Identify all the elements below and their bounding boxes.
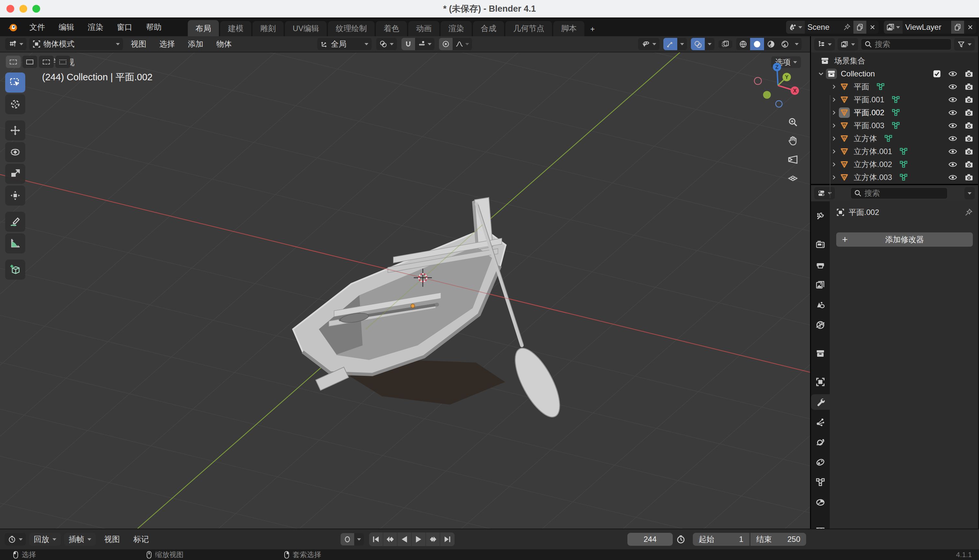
show-gizmo-toggle[interactable] bbox=[663, 38, 677, 50]
hide-eye-icon[interactable] bbox=[948, 173, 957, 182]
timeline-editor-type-button[interactable] bbox=[5, 533, 26, 545]
viewport-menu-add[interactable]: 添加 bbox=[183, 39, 208, 49]
proportional-edit-toggle[interactable] bbox=[439, 38, 453, 50]
show-object-types-dropdown[interactable] bbox=[638, 38, 659, 50]
pivot-point-dropdown[interactable] bbox=[376, 38, 397, 50]
viewport-menu-view[interactable]: 视图 bbox=[126, 39, 152, 49]
tool-annotate[interactable] bbox=[5, 212, 25, 232]
menu-render[interactable]: 渲染 bbox=[81, 18, 110, 36]
tab-geometry-nodes[interactable]: 几何节点 bbox=[505, 21, 552, 36]
overlays-dropdown[interactable] bbox=[705, 38, 714, 50]
tab-material[interactable] bbox=[811, 495, 830, 510]
tool-scale[interactable] bbox=[5, 164, 25, 184]
outliner-search[interactable] bbox=[861, 38, 951, 50]
viewlayer-remove-button[interactable] bbox=[964, 21, 976, 34]
tool-add-cube[interactable] bbox=[5, 260, 25, 280]
collection-checkbox[interactable] bbox=[933, 70, 941, 78]
shading-solid-button[interactable] bbox=[750, 38, 764, 50]
ortho-toggle-button[interactable] bbox=[787, 173, 798, 184]
viewport-menu-object[interactable]: 物体 bbox=[211, 39, 237, 49]
tab-collection[interactable] bbox=[811, 346, 830, 361]
tool-rotate[interactable] bbox=[5, 142, 25, 162]
jump-to-start-button[interactable] bbox=[369, 532, 383, 546]
tool-measure[interactable] bbox=[5, 233, 25, 253]
tab-view-layer[interactable] bbox=[811, 277, 830, 293]
tab-modifiers[interactable] bbox=[811, 394, 830, 410]
chevron-down-icon[interactable] bbox=[816, 70, 826, 78]
tab-modeling[interactable]: 建模 bbox=[220, 21, 251, 36]
viewport-menu-select[interactable]: 选择 bbox=[154, 39, 180, 49]
outliner-search-input[interactable] bbox=[875, 40, 948, 49]
menu-file[interactable]: 文件 bbox=[23, 18, 52, 36]
row-object-plane[interactable]: 平面 bbox=[811, 80, 978, 93]
tool-move[interactable] bbox=[5, 120, 25, 140]
properties-search-input[interactable] bbox=[864, 189, 944, 198]
properties-options-button[interactable] bbox=[964, 187, 975, 199]
tab-object-data[interactable] bbox=[811, 475, 830, 490]
shading-dropdown[interactable] bbox=[792, 38, 802, 50]
tab-sculpting[interactable]: 雕刻 bbox=[252, 21, 284, 36]
frame-end-field[interactable]: 结束 250 bbox=[751, 533, 806, 546]
gizmo-dropdown[interactable] bbox=[677, 38, 687, 50]
menu-help[interactable]: 帮助 bbox=[139, 18, 168, 36]
disable-render-camera-icon[interactable] bbox=[964, 121, 974, 130]
playback-dropdown[interactable]: 回放 bbox=[29, 533, 61, 546]
tab-world[interactable] bbox=[811, 317, 830, 333]
select-mode-intersect[interactable] bbox=[55, 56, 70, 68]
prev-keyframe-button[interactable] bbox=[383, 532, 397, 546]
tab-scripting[interactable]: 脚本 bbox=[553, 21, 584, 36]
next-keyframe-button[interactable] bbox=[426, 532, 440, 546]
chevron-right-icon[interactable] bbox=[829, 161, 839, 168]
shading-rendered-button[interactable] bbox=[778, 38, 792, 50]
tab-physics[interactable] bbox=[811, 434, 830, 450]
current-frame-field[interactable]: 244 bbox=[627, 533, 673, 546]
tab-rendering[interactable]: 渲染 bbox=[440, 21, 472, 36]
show-overlays-toggle[interactable] bbox=[691, 38, 705, 50]
jump-to-end-button[interactable] bbox=[440, 532, 455, 546]
hide-eye-icon[interactable] bbox=[948, 147, 957, 156]
row-object-plane-002-active[interactable]: 平面.002 bbox=[811, 106, 978, 119]
timeline-menu-marker[interactable]: 标记 bbox=[128, 534, 154, 545]
tab-output[interactable] bbox=[811, 257, 830, 273]
outliner-display-mode-button[interactable] bbox=[837, 38, 858, 50]
tab-tool[interactable] bbox=[811, 208, 830, 224]
add-modifier-button[interactable]: + 添加修改器 bbox=[836, 232, 973, 247]
menu-window[interactable]: 窗口 bbox=[110, 18, 139, 36]
viewport-canvas[interactable] bbox=[0, 52, 810, 528]
tab-layout[interactable]: 布局 bbox=[188, 20, 219, 36]
shading-material-button[interactable] bbox=[764, 38, 778, 50]
row-collection[interactable]: Collection bbox=[811, 67, 978, 80]
scene-unlink-button[interactable] bbox=[866, 21, 879, 34]
outliner-filter-button[interactable] bbox=[954, 38, 975, 50]
tab-constraints[interactable] bbox=[811, 455, 830, 470]
mode-dropdown[interactable]: 物体模式 bbox=[29, 38, 123, 50]
row-object-cube-001[interactable]: 立方体.001 bbox=[811, 145, 978, 158]
chevron-right-icon[interactable] bbox=[829, 96, 839, 103]
breadcrumb-object-name[interactable]: 平面.002 bbox=[849, 207, 879, 218]
pin-icon[interactable] bbox=[843, 23, 851, 31]
chevron-right-icon[interactable] bbox=[829, 109, 839, 116]
disable-render-camera-icon[interactable] bbox=[964, 95, 974, 104]
chevron-right-icon[interactable] bbox=[829, 174, 839, 181]
tab-compositing[interactable]: 合成 bbox=[473, 21, 504, 36]
hide-eye-icon[interactable] bbox=[948, 134, 957, 143]
scene-name-field[interactable]: Scene bbox=[805, 21, 853, 34]
select-mode-extend[interactable] bbox=[22, 56, 37, 68]
disable-render-camera-icon[interactable] bbox=[964, 69, 974, 78]
row-object-plane-001[interactable]: 平面.001 bbox=[811, 93, 978, 106]
disable-render-camera-icon[interactable] bbox=[964, 173, 974, 182]
chevron-right-icon[interactable] bbox=[829, 135, 839, 142]
tab-object[interactable] bbox=[811, 374, 830, 390]
snap-to-dropdown[interactable] bbox=[415, 38, 434, 50]
disable-render-camera-icon[interactable] bbox=[964, 160, 974, 169]
tool-select-box[interactable] bbox=[5, 73, 25, 93]
pan-view-button[interactable] bbox=[787, 135, 798, 146]
properties-search[interactable] bbox=[851, 187, 947, 199]
hide-eye-icon[interactable] bbox=[948, 108, 957, 117]
camera-view-button[interactable] bbox=[787, 154, 798, 165]
snap-toggle[interactable] bbox=[402, 38, 415, 50]
properties-editor-type-button[interactable] bbox=[814, 187, 835, 199]
outliner-editor-type-button[interactable] bbox=[814, 38, 835, 50]
play-reverse-button[interactable] bbox=[397, 532, 412, 546]
scene-new-button[interactable] bbox=[853, 21, 866, 34]
